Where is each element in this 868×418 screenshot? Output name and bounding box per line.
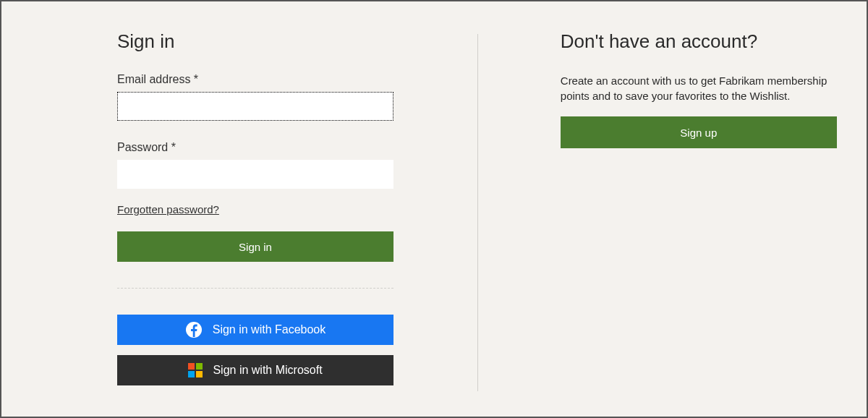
facebook-signin-button[interactable]: Sign in with Facebook (117, 315, 393, 345)
signup-panel: Don't have an account? Create an account… (477, 1, 867, 417)
forgot-password-link[interactable]: Forgotten password? (117, 203, 219, 216)
auth-container: Sign in Email address * Password * Forgo… (1, 1, 867, 417)
signup-heading: Don't have an account? (561, 30, 838, 53)
signup-button-label: Sign up (680, 127, 717, 139)
email-input[interactable] (117, 92, 393, 121)
facebook-button-label: Sign in with Facebook (213, 323, 326, 336)
signin-button[interactable]: Sign in (117, 231, 393, 262)
password-label: Password * (117, 141, 420, 154)
microsoft-signin-button[interactable]: Sign in with Microsoft (117, 355, 393, 385)
microsoft-button-label: Sign in with Microsoft (213, 364, 322, 377)
microsoft-icon (188, 363, 203, 378)
facebook-icon (185, 321, 203, 338)
signin-panel: Sign in Email address * Password * Forgo… (1, 1, 477, 417)
password-input[interactable] (117, 160, 393, 189)
email-label: Email address * (117, 73, 420, 86)
signin-button-label: Sign in (239, 241, 272, 253)
signin-heading: Sign in (117, 30, 420, 53)
signup-description: Create an account with us to get Fabrika… (561, 73, 835, 103)
vertical-divider (477, 34, 478, 391)
divider-horizontal (117, 288, 393, 289)
signup-button[interactable]: Sign up (561, 116, 837, 148)
